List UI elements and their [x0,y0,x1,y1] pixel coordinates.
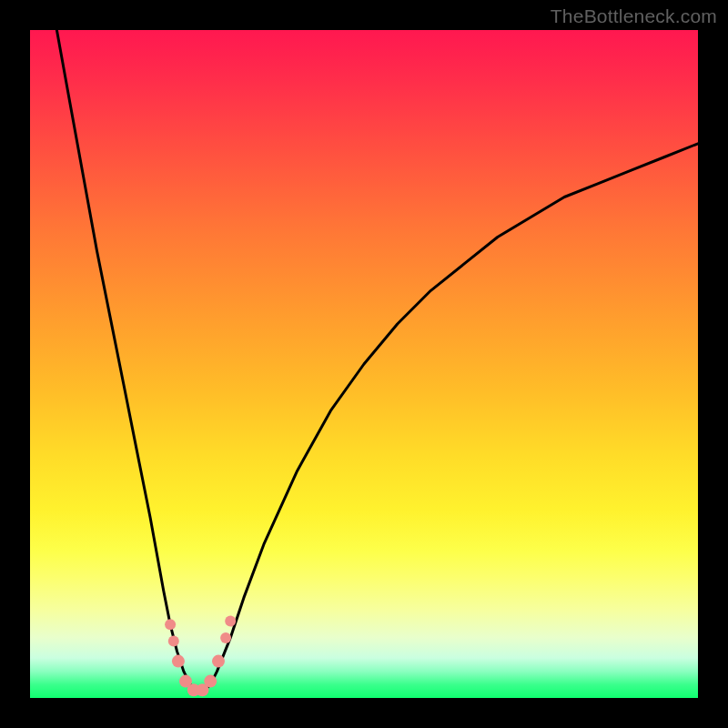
chart-frame: TheBottleneck.com [0,0,728,728]
highlight-point [204,675,217,688]
highlight-point [168,636,179,647]
highlight-markers [165,616,236,697]
highlight-point [172,655,185,668]
highlight-point [220,632,231,643]
highlight-point [225,616,236,627]
chart-svg [30,30,698,698]
watermark-text: TheBottleneck.com [551,5,717,27]
highlight-point [212,655,225,668]
chart-plot-area [30,30,698,698]
highlight-point [165,619,176,630]
bottleneck-curve [56,30,698,692]
